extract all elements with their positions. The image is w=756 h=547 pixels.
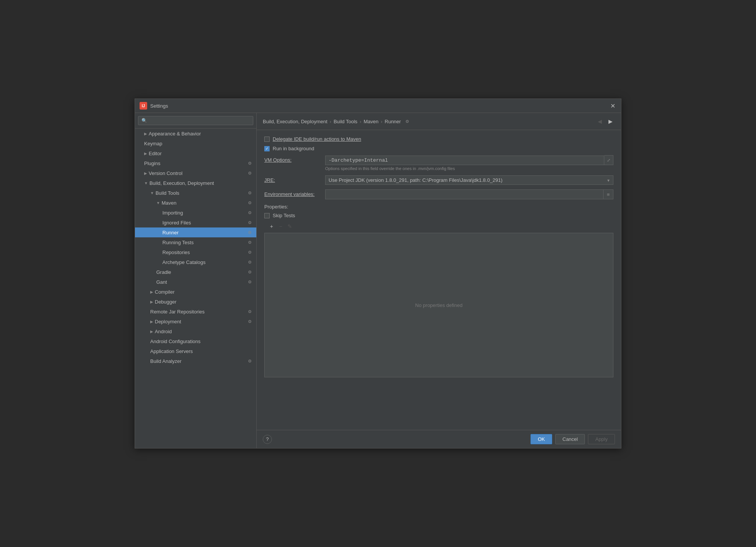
sidebar-item-keymap[interactable]: Keymap	[135, 138, 256, 148]
chevron-right-icon: ▶	[150, 320, 153, 324]
ok-button[interactable]: OK	[530, 434, 552, 444]
settings-icon: ⚙	[248, 279, 253, 285]
vm-options-label: VM Options:	[264, 155, 325, 163]
breadcrumb-sep: ›	[360, 119, 361, 124]
remove-property-button[interactable]: −	[276, 222, 285, 231]
skip-tests-checkbox[interactable]	[264, 213, 270, 218]
title-bar-left: IJ Settings	[140, 102, 168, 110]
main-content: Build, Execution, Deployment › Build Too…	[257, 113, 621, 448]
settings-icon: ⚙	[248, 309, 253, 314]
chevron-right-icon: ▶	[150, 290, 153, 294]
breadcrumb-item-3: Maven	[364, 119, 378, 124]
sidebar-item-version-control[interactable]: ▶ Version Control ⚙	[135, 168, 256, 178]
settings-icon: ⚙	[248, 200, 253, 205]
apply-button[interactable]: Apply	[588, 434, 615, 444]
settings-icon: ⚙	[248, 259, 253, 265]
expand-button[interactable]: ⤢	[604, 155, 613, 165]
delegate-label[interactable]: Delegate IDE build/run actions to Maven	[264, 136, 361, 142]
vm-options-input[interactable]	[325, 156, 604, 165]
help-button[interactable]: ?	[263, 435, 272, 444]
dialog-body: ▶ Appearance & Behavior Keymap ▶ Editor …	[135, 113, 621, 448]
background-row: Run in background	[264, 146, 613, 151]
breadcrumb-nav: ◀ ▶	[595, 117, 615, 126]
sidebar-item-build-tools[interactable]: ▼ Build Tools ⚙	[135, 188, 256, 198]
background-label[interactable]: Run in background	[264, 146, 314, 151]
back-button[interactable]: ◀	[595, 117, 604, 126]
chevron-right-icon: ▶	[144, 171, 147, 175]
sidebar-item-importing[interactable]: Importing ⚙	[135, 208, 256, 218]
sidebar-item-gant[interactable]: Gant ⚙	[135, 277, 256, 287]
dialog-title: Settings	[150, 103, 168, 109]
vm-options-row: VM Options: ⤢ Options specified in this …	[264, 155, 613, 171]
breadcrumb: Build, Execution, Deployment › Build Too…	[263, 119, 411, 124]
jre-wrap: Use Project JDK (version 1.8.0_291, path…	[325, 175, 613, 185]
delegate-checkbox[interactable]	[264, 137, 270, 142]
env-label: Environment variables:	[264, 189, 325, 197]
settings-icon: ⚙	[248, 190, 253, 196]
add-property-button[interactable]: +	[267, 222, 276, 231]
settings-icon: ⚙	[248, 210, 253, 215]
properties-table: No properties defined	[264, 233, 613, 377]
chevron-right-icon: ▶	[144, 132, 147, 136]
search-box	[135, 113, 256, 129]
edit-property-button[interactable]: ✎	[286, 222, 294, 231]
chevron-right-icon: ▶	[150, 300, 153, 304]
vm-options-hint: Options specified in this field override…	[325, 166, 613, 171]
sidebar-item-appearance[interactable]: ▶ Appearance & Behavior	[135, 129, 256, 138]
breadcrumb-settings-icon: ⚙	[405, 119, 411, 124]
sidebar-item-gradle[interactable]: Gradle ⚙	[135, 267, 256, 277]
properties-label: Properties:	[264, 204, 288, 210]
settings-icon: ⚙	[248, 250, 253, 255]
vm-options-wrap: ⤢ Options specified in this field overri…	[325, 155, 613, 171]
breadcrumb-sep: ›	[330, 119, 331, 124]
jre-row: JRE: Use Project JDK (version 1.8.0_291,…	[264, 175, 613, 185]
sidebar-item-ignored-files[interactable]: Ignored Files ⚙	[135, 218, 256, 227]
sidebar-item-compiler[interactable]: ▶ Compiler	[135, 287, 256, 297]
chevron-down-icon: ▼	[150, 191, 154, 195]
jre-select[interactable]: Use Project JDK (version 1.8.0_291, path…	[325, 175, 613, 185]
forward-button[interactable]: ▶	[606, 117, 615, 126]
sidebar-item-runner[interactable]: Runner ⚙	[135, 227, 256, 237]
sidebar-item-deployment[interactable]: ▶ Deployment ⚙	[135, 316, 256, 326]
chevron-right-icon: ▶	[144, 151, 147, 156]
settings-icon: ⚙	[248, 358, 253, 364]
skip-tests-row: Skip Tests	[264, 213, 613, 218]
properties-section: Properties: Skip Tests + −	[264, 204, 613, 377]
jre-label: JRE:	[264, 175, 325, 183]
skip-tests-label[interactable]: Skip Tests	[264, 213, 295, 218]
breadcrumb-item-4: Runner	[385, 119, 401, 124]
sidebar-item-editor[interactable]: ▶ Editor	[135, 148, 256, 158]
cancel-button[interactable]: Cancel	[555, 434, 585, 444]
sidebar-item-maven[interactable]: ▼ Maven ⚙	[135, 198, 256, 208]
no-properties-text: No properties defined	[415, 302, 462, 308]
sidebar-item-build-analyzer[interactable]: Build Analyzer ⚙	[135, 356, 256, 366]
env-input[interactable]	[325, 189, 604, 199]
settings-dialog: IJ Settings ✕ ▶ Appearance & Behavior Ke…	[135, 99, 621, 448]
close-button[interactable]: ✕	[609, 102, 616, 110]
env-row: Environment variables: ≡	[264, 189, 613, 199]
properties-toolbar: + − ✎	[264, 222, 613, 231]
sidebar-item-android-configs[interactable]: Android Configurations	[135, 336, 256, 346]
sidebar-item-build-execution[interactable]: ▼ Build, Execution, Deployment	[135, 178, 256, 188]
settings-icon: ⚙	[248, 220, 253, 225]
sidebar-item-repositories[interactable]: Repositories ⚙	[135, 247, 256, 257]
sidebar-item-plugins[interactable]: Plugins ⚙	[135, 158, 256, 168]
title-bar: IJ Settings ✕	[135, 99, 621, 113]
sidebar-item-remote-jar[interactable]: Remote Jar Repositories ⚙	[135, 307, 256, 316]
sidebar-item-archetype-catalogs[interactable]: Archetype Catalogs ⚙	[135, 257, 256, 267]
chevron-down-icon: ▼	[144, 181, 148, 185]
content-area: Delegate IDE build/run actions to Maven …	[257, 130, 621, 430]
settings-icon: ⚙	[248, 230, 253, 235]
delegate-row: Delegate IDE build/run actions to Maven	[264, 136, 613, 142]
sidebar-item-running-tests[interactable]: Running Tests ⚙	[135, 237, 256, 247]
search-input[interactable]	[138, 116, 253, 125]
sidebar-item-application-servers[interactable]: Application Servers	[135, 346, 256, 356]
chevron-down-icon: ▼	[156, 201, 160, 205]
sidebar-item-debugger[interactable]: ▶ Debugger	[135, 297, 256, 307]
sidebar-item-android[interactable]: ▶ Android	[135, 326, 256, 336]
env-browse-button[interactable]: ≡	[604, 189, 613, 199]
settings-icon: ⚙	[248, 161, 253, 166]
dialog-footer: ? OK Cancel Apply	[257, 430, 621, 448]
background-checkbox[interactable]	[264, 146, 270, 151]
app-icon: IJ	[140, 102, 147, 110]
